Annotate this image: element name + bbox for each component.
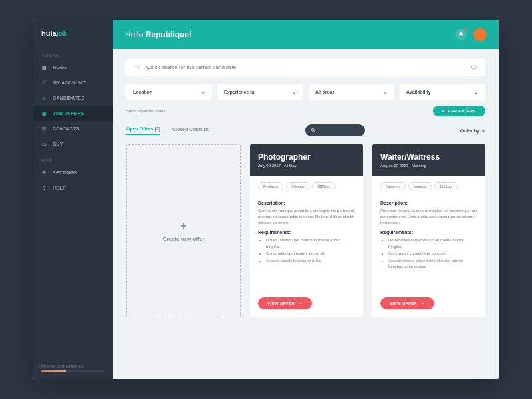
logo-part2: job [57,29,68,37]
list-item: Cras mattis consectetur purus sit. [266,251,355,257]
tag: Valencia [408,182,432,190]
notification-badge [464,27,468,31]
tag: 10€/hour [312,182,336,190]
sidebar-item-candidates[interactable]: ☺CANDIDATES [33,90,113,106]
progress-fill [41,370,66,372]
search-icon [311,128,316,133]
sidebar-item-home[interactable]: ▦HOME [33,60,113,75]
advanced-filters-link[interactable]: Show advanced filters [126,109,166,113]
svg-line-6 [314,131,315,132]
sidebar-item-label: CANDIDATES [53,96,84,100]
clear-filters-button[interactable]: CLEAR FILTERS [433,106,485,116]
main: Hello Republique! Location⌄ Experience i… [113,20,499,379]
search-bar [126,59,485,76]
logo-part1: hula [41,29,57,37]
profile-progress: PROFILE COMPLETED 40% [33,358,113,379]
arrow-icon: → [298,301,302,305]
description-text: Praesent commodo cursus magna, vel scele… [380,208,477,226]
filter-availability[interactable]: Availability⌄ [400,84,485,100]
order-by-dropdown[interactable]: Order by⌄ [460,128,485,133]
progress-bar [41,370,105,372]
content-body: Location⌄ Experience in⌄ All areas⌄ Avai… [113,49,499,379]
sidebar-item-contacts[interactable]: ☷CONTACTS [33,121,113,136]
info-icon[interactable] [471,64,477,70]
sidebar-item-label: HOME [53,65,67,70]
list-item: Aenean lacinia bibendum nulla sed rutrum… [388,258,477,271]
chevron-down-icon: ⌄ [474,89,479,95]
card-icon: ▭ [41,141,47,147]
filter-location[interactable]: Location⌄ [126,84,212,100]
progress-label: PROFILE COMPLETED 40% [41,364,84,368]
sidebar-item-label: MY ACCOUNT [53,80,86,85]
sidebar-item-account[interactable]: ☆MY ACCOUNT [33,75,113,90]
tag: Camarero [380,182,406,190]
card-header: Waiter/Waitress August 13 2017 · Morning [372,144,485,176]
sidebar: hulajob General ▦HOME ☆MY ACCOUNT ☺CANDI… [33,20,113,379]
requirements-heading: Requirements: [258,230,355,235]
list-item: Donec ullamcorper nulla non metus auctor… [388,237,477,250]
filter-areas[interactable]: All areas⌄ [309,84,394,100]
search-input[interactable] [146,65,466,70]
briefcase-icon: ▣ [41,110,47,116]
list-item: Cras mattis consectetur purus sit. [388,251,477,257]
offer-title: Waiter/Waitress [380,152,477,162]
sidebar-item-settings[interactable]: ⚙SETTINGS [33,165,113,180]
offer-title: Photographer [258,152,355,162]
offer-card: Photographer July 03 2017 · All Day Free… [250,144,363,317]
sidebar-item-label: BUY [53,142,63,146]
chevron-down-icon: ⌄ [201,89,205,95]
header: Hello Republique! [113,20,499,49]
tag: 10€/hour [434,182,458,190]
help-icon: ? [41,185,47,191]
offer-tags: Freelance Valencia 10€/hour [250,176,363,190]
sidebar-item-label: CONTACTS [53,126,80,131]
description-heading: Description: [380,201,477,205]
tab-closed-offers[interactable]: Closed Offers (8) [172,127,209,134]
header-actions [455,28,487,41]
filter-footer: Show advanced filters CLEAR FILTERS [126,106,485,116]
gear-icon: ⚙ [41,170,47,176]
tab-open-offers[interactable]: Open Offers (2) [126,126,160,135]
grid-icon: ▦ [41,65,47,70]
offer-subtitle: July 03 2017 · All Day [258,164,355,168]
avatar[interactable] [473,28,487,41]
bell-icon [458,31,464,38]
sidebar-item-label: HELP [53,186,66,190]
filter-experience[interactable]: Experience in⌄ [217,84,303,100]
description-heading: Description: [258,201,355,205]
card-header: Photographer July 03 2017 · All Day [250,144,363,176]
offer-tags: Camarero Valencia 10€/hour [372,176,485,190]
sidebar-item-label: SETTINGS [53,170,77,175]
greeting: Hello Republique! [125,30,192,39]
card-body: Description: Cum sociis natoque penatibu… [250,190,363,292]
logo: hulajob [33,20,113,47]
filters-row: Location⌄ Experience in⌄ All areas⌄ Avai… [126,84,485,100]
star-icon: ☆ [41,80,47,86]
arrow-icon: → [420,301,424,305]
app-window: hulajob General ▦HOME ☆MY ACCOUNT ☺CANDI… [33,20,499,379]
view-offer-button[interactable]: VIEW OFFER→ [258,297,312,309]
notifications-button[interactable] [455,29,467,41]
view-offer-button[interactable]: VIEW OFFER→ [380,297,434,309]
chevron-down-icon: ⌄ [481,128,485,133]
mini-search[interactable] [305,124,365,136]
users-icon: ☺ [41,95,47,101]
chevron-down-icon: ⌄ [383,89,388,95]
tag: Freelance [258,182,283,190]
sidebar-item-help[interactable]: ?HELP [33,180,113,196]
section-help: Help [33,152,113,165]
sidebar-item-buy[interactable]: ▭BUY [33,136,113,152]
sidebar-item-job-offers[interactable]: ▣JOB OFFERS [33,106,113,121]
tabs-row: Open Offers (2) Closed Offers (8) Order … [126,124,485,136]
create-offer-card[interactable]: + Create new offer [126,144,241,317]
card-body: Description: Praesent commodo cursus mag… [372,190,485,292]
cards-grid: + Create new offer Photographer July 03 … [126,144,485,317]
svg-line-1 [138,68,140,69]
offer-card: Waiter/Waitress August 13 2017 · Morning… [372,144,485,317]
list-item: Aenean lacinia bibendum nulla. [266,258,355,265]
sidebar-item-label: JOB OFFERS [53,111,84,116]
requirements-list: Donec ullamcorper nulla non metus auctor… [380,237,477,271]
description-text: Cum sociis natoque penatibus et magnis d… [258,208,355,226]
list-item: Donec ullamcorper nulla non metus auctor… [266,237,355,250]
svg-point-5 [311,128,314,131]
